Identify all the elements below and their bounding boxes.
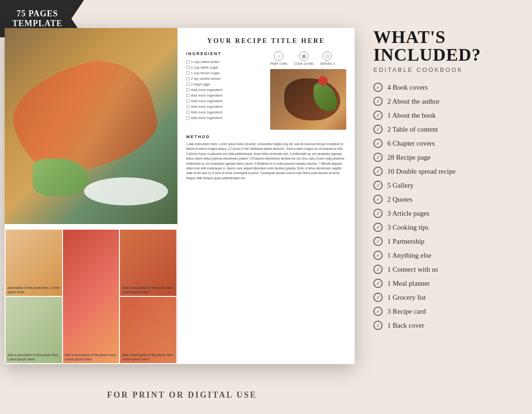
ingredient-item: 1 cup white sugar	[186, 65, 266, 70]
checklist-item: ✓ 6 Chapter covers	[373, 139, 513, 148]
checklist-item: ✓ 1 Anything else	[373, 251, 513, 260]
ingredient-item: Add more ingredient	[186, 116, 266, 120]
ingredient-text: 1 cup white sugar	[191, 65, 218, 70]
time-icons: ○ PREP 5 MIN ⊠ COOK 15 MIN ⚇ SERVES 3	[270, 51, 346, 65]
checklist-item-label: 1 About the book	[387, 112, 436, 119]
checklist-item: ✓ 3 Cooking tips	[373, 223, 513, 232]
checklist-item: ✓ 3 Article pages	[373, 209, 513, 218]
check-circle: ✓	[373, 251, 383, 260]
ingredients-list: 1 cup salted butter1 cup white sugar1 cu…	[186, 60, 266, 120]
photo-cell-4: Add a description of the photo here. Lor…	[6, 297, 62, 363]
ingredient-item: 1 cup salted butter	[186, 60, 266, 64]
checklist-item-label: 3 Cooking tips	[387, 224, 428, 232]
ingredient-text: Add more ingredient	[191, 110, 223, 114]
left-page: SIMPLEMEAL LOREM IPSUM VITAETEMPUS QUAM …	[5, 28, 177, 364]
checklist-item: ✓ 1 Meal planner	[373, 279, 513, 288]
check-circle: ✓	[373, 293, 383, 302]
photo-cell-2: Add a description of the photo here. Lor…	[63, 230, 119, 363]
check-circle: ✓	[373, 125, 383, 134]
checklist-item: ✓ 1 Connect with us	[373, 265, 513, 274]
checkbox-icon	[186, 99, 189, 103]
checkbox-icon	[186, 94, 189, 97]
subtitle-text: EDITABLE COOKBOOK	[373, 66, 513, 73]
ingredient-text: Add more ingredient	[191, 105, 223, 109]
whats-included-title: WHAT'SINCLUDED?	[373, 28, 513, 63]
ingredient-item: 1 cup brown sugar	[186, 71, 266, 75]
check-circle: ✓	[373, 167, 383, 176]
serves: ⚇ SERVES 3	[320, 51, 335, 65]
food-photo	[270, 69, 346, 130]
ingredient-text: 1 cup salted butter	[191, 60, 220, 64]
photo-cell-5: Add a description of the photo here. Lor…	[120, 297, 176, 363]
checkbox-icon	[186, 116, 189, 119]
cook-time: ⊠ COOK 15 MIN	[294, 51, 314, 65]
ingredient-item: Add more ingredient	[186, 93, 266, 98]
prep-time: ○ PREP 5 MIN	[270, 51, 287, 65]
check-circle: ✓	[373, 209, 383, 218]
checklist-item-label: 1 Back cover	[387, 322, 424, 330]
ingredient-text: Add more ingredient	[191, 88, 223, 92]
check-circle: ✓	[373, 265, 383, 274]
tomato-shape	[318, 76, 328, 85]
checklist-item: ✓ 4 Book covers	[373, 83, 513, 92]
method-text: 1.Add instructions here. Lorem ipsum dol…	[186, 142, 346, 181]
checklist-item-label: 1 Connect with us	[387, 266, 438, 274]
checklist-item: ✓ 1 Partnership	[373, 237, 513, 246]
hero-photo	[5, 28, 177, 224]
check-circle: ✓	[373, 97, 383, 106]
checklist-item: ✓ 5 Gallery	[373, 181, 513, 190]
check-circle: ✓	[373, 139, 383, 148]
checklist: ✓ 4 Book covers ✓ 2 About the author ✓ 1…	[373, 83, 513, 330]
ingredient-text: 2 large eggs	[191, 82, 210, 86]
serves-icon: ⚇	[322, 51, 332, 61]
checkbox-icon	[186, 77, 189, 80]
checkbox-icon	[186, 88, 189, 91]
ingredient-item: Add more ingredient	[186, 110, 266, 114]
checklist-item: ✓ 10 Double spread recipe	[373, 167, 513, 176]
recipe-ingredient-col: INGREDIENT 1 cup salted butter1 cup whit…	[186, 51, 266, 130]
checklist-item-label: 3 Article pages	[387, 210, 429, 218]
ingredient-text: 1 cup brown sugar	[191, 71, 220, 75]
checklist-item-label: 4 Book covers	[387, 84, 428, 91]
checklist-item-label: 1 Anything else	[387, 252, 431, 260]
ingredient-text: 2 tsp vanilla extract	[191, 77, 221, 81]
checkbox-icon	[186, 66, 189, 69]
checkbox-icon	[186, 105, 189, 108]
check-circle: ✓	[373, 181, 383, 190]
plate-shape	[84, 177, 168, 205]
recipe-title: YOUR RECIPE TITLE HERE	[186, 37, 346, 45]
serves-label: SERVES 3	[320, 62, 335, 65]
checklist-item-label: 1 Meal planner	[387, 280, 430, 288]
photo-caption-3: Add a description of the photo here. Lor…	[122, 286, 176, 294]
ingredient-item: Add more ingredient	[186, 88, 266, 92]
checklist-item: ✓ 1 About the book	[373, 111, 513, 120]
cook-time-label: COOK 15 MIN	[294, 62, 314, 65]
fish-shape	[5, 49, 165, 184]
right-page: YOUR RECIPE TITLE HERE INGREDIENT 1 cup …	[177, 28, 355, 364]
checklist-item: ✓ 1 Grocery list	[373, 293, 513, 302]
check-circle: ✓	[373, 83, 383, 92]
checklist-item: ✓ 2 Table of content	[373, 125, 513, 134]
footer-text: FOR PRINT OR DIGITAL USE	[107, 390, 257, 400]
check-circle: ✓	[373, 153, 383, 162]
photo-caption-1: description of the photo here. Lorem ips…	[7, 286, 62, 294]
right-section: WHAT'SINCLUDED? EDITABLE COOKBOOK ✓ 4 Bo…	[364, 0, 532, 414]
ingredient-label: INGREDIENT	[186, 51, 266, 56]
checklist-item: ✓ 28 Recipe page	[373, 153, 513, 162]
photo-caption-4: Add a description of the photo here. Lor…	[7, 353, 62, 361]
ingredient-item: Add more ingredient	[186, 99, 266, 103]
checklist-item-label: 3 Recipe card	[387, 308, 426, 316]
photo-caption-5: Add a description of the photo here. Lor…	[122, 353, 176, 361]
photo-cell-1: description of the photo here. Lorem ips…	[6, 230, 62, 296]
prep-time-label: PREP 5 MIN	[270, 62, 287, 65]
recipe-columns: INGREDIENT 1 cup salted butter1 cup whit…	[186, 51, 346, 130]
checklist-item-label: 2 Quotes	[387, 196, 413, 203]
checklist-item-label: 5 Gallery	[387, 182, 413, 189]
method-section: METHOD 1.Add instructions here. Lorem ip…	[186, 134, 346, 181]
check-circle: ✓	[373, 321, 383, 330]
check-circle: ✓	[373, 195, 383, 204]
photo-caption-2: Add a description of the photo here. Lor…	[65, 353, 119, 361]
checklist-item: ✓ 2 About the author	[373, 97, 513, 106]
checklist-item-label: 2 Table of content	[387, 126, 438, 133]
ingredient-item: Add more ingredient	[186, 105, 266, 109]
